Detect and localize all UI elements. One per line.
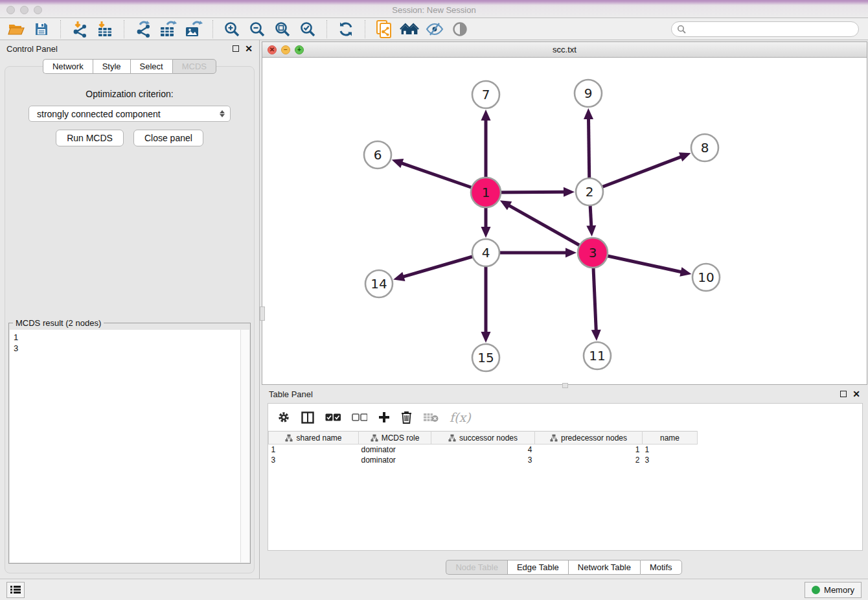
network-graph[interactable]: 1234678910111415 bbox=[262, 58, 865, 384]
float-table-panel-icon[interactable] bbox=[840, 391, 847, 397]
close-panel-icon[interactable]: ✕ bbox=[245, 45, 253, 52]
table-tabs-row: Node Table Edge Table Network Table Moti… bbox=[260, 560, 868, 579]
window-titlebar: Session: New Session bbox=[0, 0, 868, 18]
column-header-successor-nodes[interactable]: successor nodes bbox=[431, 432, 535, 444]
copy-network-icon[interactable] bbox=[374, 20, 394, 38]
refresh-view-icon[interactable] bbox=[336, 20, 356, 38]
split-divider-grip[interactable] bbox=[562, 383, 568, 388]
open-session-icon[interactable] bbox=[6, 20, 26, 38]
zoom-fit-icon[interactable] bbox=[273, 20, 292, 38]
zoom-out-icon[interactable] bbox=[247, 20, 267, 38]
export-network-icon[interactable] bbox=[133, 20, 153, 38]
toolbar-separator bbox=[212, 20, 213, 38]
save-session-icon[interactable] bbox=[32, 20, 51, 38]
tab-mcds[interactable]: MCDS bbox=[172, 59, 216, 74]
add-column-icon[interactable] bbox=[378, 411, 390, 423]
cell-successor-nodes[interactable]: 4 bbox=[431, 444, 535, 455]
split-divider-grip[interactable] bbox=[260, 306, 265, 321]
column-header-mcds-role[interactable]: MCDS role bbox=[359, 432, 431, 444]
mcds-result-line: 1 bbox=[14, 332, 240, 343]
cell-shared-name[interactable]: 3 bbox=[269, 455, 359, 465]
mcds-result-area: 1 3 bbox=[10, 330, 249, 562]
search-icon bbox=[677, 25, 686, 34]
delete-column-icon[interactable] bbox=[401, 411, 412, 424]
export-image-icon[interactable] bbox=[184, 20, 203, 38]
column-type-icon bbox=[448, 434, 456, 442]
toolbar-separator bbox=[326, 20, 327, 38]
status-bar: Memory bbox=[0, 579, 868, 600]
edge-arrow-4-3 bbox=[565, 248, 577, 258]
tab-select[interactable]: Select bbox=[130, 59, 172, 74]
zoom-in-icon[interactable] bbox=[222, 20, 242, 38]
edge-arrow-2-9 bbox=[584, 108, 593, 119]
control-panel-title: Control Panel bbox=[6, 44, 58, 54]
node-label-11: 11 bbox=[589, 348, 605, 363]
node-table-container: f(x) shared name MCDS role successor nod… bbox=[268, 403, 863, 551]
table-settings-icon[interactable] bbox=[277, 411, 290, 424]
node-label-9: 9 bbox=[584, 86, 593, 101]
cell-name[interactable]: 3 bbox=[643, 455, 698, 465]
cell-mcds-role[interactable]: dominator bbox=[359, 455, 431, 465]
task-history-button[interactable] bbox=[6, 582, 25, 598]
column-header-shared-name[interactable]: shared name bbox=[269, 432, 359, 444]
export-table-icon[interactable] bbox=[159, 20, 178, 38]
criterion-select-value: strongly connected component bbox=[37, 109, 220, 119]
node-label-6: 6 bbox=[374, 147, 382, 163]
cell-successor-nodes[interactable]: 3 bbox=[431, 455, 535, 465]
criterion-select[interactable]: strongly connected component bbox=[29, 106, 231, 122]
edge-arrow-4-14 bbox=[393, 272, 405, 281]
search-input[interactable] bbox=[689, 25, 853, 34]
tab-style[interactable]: Style bbox=[93, 59, 130, 74]
network-window: scc.txt ✕ − + 1234678910111415 bbox=[262, 41, 867, 385]
node-label-8: 8 bbox=[701, 140, 709, 156]
edge-2-8[interactable] bbox=[589, 157, 682, 192]
column-type-icon bbox=[285, 434, 293, 442]
table-toolbar: f(x) bbox=[268, 404, 862, 431]
import-table-icon[interactable] bbox=[95, 20, 115, 38]
cell-name[interactable]: 1 bbox=[643, 444, 698, 455]
memory-status-icon bbox=[812, 586, 820, 594]
show-all-icon[interactable] bbox=[450, 20, 470, 38]
cell-shared-name[interactable]: 1 bbox=[269, 444, 359, 455]
tab-node-table[interactable]: Node Table bbox=[446, 560, 507, 575]
tab-network[interactable]: Network bbox=[43, 59, 93, 74]
network-canvas[interactable]: 1234678910111415 bbox=[262, 58, 867, 384]
close-table-panel-icon[interactable]: ✕ bbox=[852, 391, 860, 397]
toolbar-separator bbox=[365, 20, 365, 38]
memory-button[interactable]: Memory bbox=[805, 582, 862, 598]
column-header-predecessor-nodes[interactable]: predecessor nodes bbox=[535, 432, 643, 444]
edge-arrow-1-6 bbox=[392, 159, 404, 168]
edge-arrow-2-3 bbox=[586, 225, 596, 237]
optimization-criterion-label: Optimization criterion: bbox=[5, 89, 254, 99]
deselect-all-columns-icon[interactable] bbox=[352, 413, 367, 421]
tab-motifs[interactable]: Motifs bbox=[640, 560, 682, 575]
search-field[interactable] bbox=[671, 21, 859, 37]
column-header-name[interactable]: name bbox=[643, 432, 698, 444]
toolbar-separator bbox=[60, 20, 61, 38]
float-panel-icon[interactable] bbox=[233, 45, 239, 52]
close-panel-button[interactable]: Close panel bbox=[133, 130, 203, 146]
column-panel-icon[interactable] bbox=[301, 411, 314, 424]
window-title: Session: New Session bbox=[0, 5, 868, 15]
delete-table-icon bbox=[423, 412, 439, 422]
node-label-10: 10 bbox=[698, 270, 714, 285]
cell-mcds-role[interactable]: dominator bbox=[359, 444, 431, 455]
import-network-icon[interactable] bbox=[70, 20, 89, 38]
mcds-result-fieldset: MCDS result (2 nodes) 1 3 bbox=[8, 323, 251, 564]
hide-selected-icon[interactable] bbox=[425, 20, 444, 38]
first-neighbors-icon[interactable] bbox=[400, 20, 419, 38]
result-scrollbar[interactable] bbox=[240, 330, 249, 562]
tab-network-table[interactable]: Network Table bbox=[568, 560, 640, 575]
tab-edge-table[interactable]: Edge Table bbox=[507, 560, 568, 575]
cell-predecessor-nodes[interactable]: 1 bbox=[535, 444, 643, 455]
select-all-columns-icon[interactable] bbox=[325, 413, 341, 421]
table-row[interactable]: 3 dominator 3 2 3 bbox=[269, 455, 698, 465]
control-panel-tabs: Network Style Select MCDS bbox=[0, 59, 259, 74]
main-toolbar bbox=[0, 18, 868, 40]
table-row[interactable]: 1 dominator 4 1 1 bbox=[269, 444, 698, 455]
run-mcds-button[interactable]: Run MCDS bbox=[56, 130, 124, 146]
select-stepper-icon bbox=[220, 110, 225, 117]
network-window-titlebar: scc.txt ✕ − + bbox=[262, 42, 867, 58]
zoom-selected-icon[interactable] bbox=[298, 20, 317, 38]
cell-predecessor-nodes[interactable]: 2 bbox=[535, 455, 643, 465]
